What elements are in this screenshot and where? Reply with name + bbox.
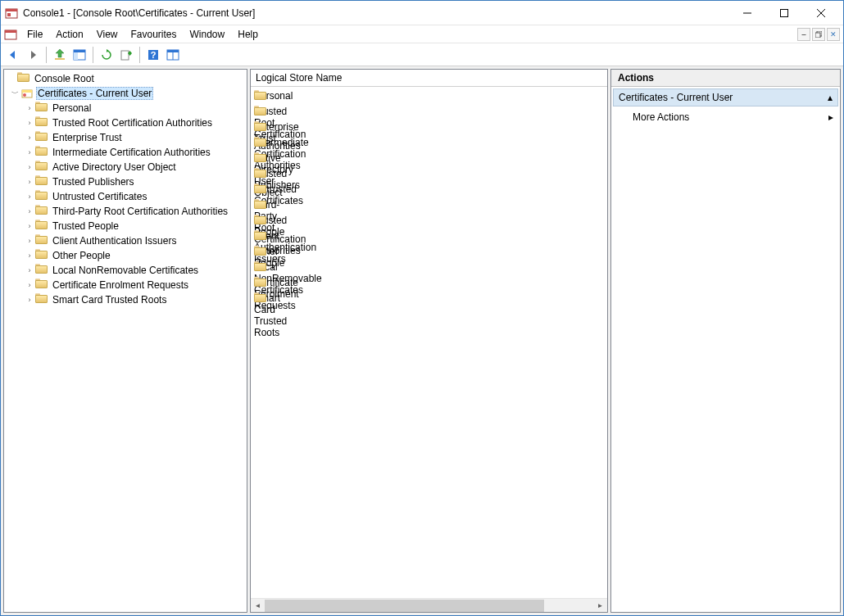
list-body[interactable]: PersonalTrusted Root Certification Autho… <box>251 87 607 598</box>
folder-icon <box>35 293 48 306</box>
export-list-button[interactable] <box>117 46 135 64</box>
expander-icon[interactable]: › <box>24 296 35 304</box>
close-button[interactable] <box>802 1 839 25</box>
tree-item[interactable]: ›Enterprise Trust <box>6 130 245 145</box>
menu-view[interactable]: View <box>90 27 125 42</box>
folder-icon: Client Authentication Issuers <box>254 230 267 243</box>
actions-more-label: More Actions <box>633 111 689 123</box>
options-button[interactable] <box>164 46 182 64</box>
show-hide-tree-button[interactable] <box>70 46 88 64</box>
list-item[interactable]: Personal <box>251 88 607 104</box>
actions-section-label: Certificates - Current User <box>619 92 733 103</box>
expander-open-icon[interactable]: ﹀ <box>9 88 20 99</box>
expander-icon[interactable]: › <box>24 104 35 112</box>
tree-item[interactable]: ›Trusted Root Certification Authorities <box>6 116 245 130</box>
tree-label: Certificates - Current User <box>36 87 153 100</box>
back-button[interactable] <box>4 46 22 64</box>
menu-action[interactable]: Action <box>49 27 89 42</box>
tree-item[interactable]: ›Intermediate Certification Authorities <box>6 145 245 160</box>
expander-icon[interactable]: › <box>24 251 35 260</box>
tree-certificates-current-user[interactable]: ﹀ Certificates - Current User <box>6 86 245 101</box>
column-header-label: Logical Store Name <box>256 72 342 84</box>
up-button[interactable] <box>51 46 69 64</box>
tree-label: Personal <box>51 102 93 114</box>
tree-item[interactable]: ›Personal <box>6 101 245 116</box>
expander-icon[interactable]: › <box>24 178 35 186</box>
list-item[interactable]: Untrusted Certificates <box>251 182 607 197</box>
tree-label: Smart Card Trusted Roots <box>51 294 168 306</box>
tree[interactable]: Console Root ﹀ Certificates - Current Us… <box>4 70 247 612</box>
tree-item[interactable]: ›Trusted People <box>6 219 245 233</box>
actions-pane: Actions Certificates - Current User ▴ Mo… <box>610 69 841 613</box>
actions-section[interactable]: Certificates - Current User ▴ <box>613 88 838 106</box>
list-item[interactable]: Intermediate Certification Authorities <box>251 135 607 151</box>
mdi-minimize-button[interactable]: – <box>797 28 810 41</box>
scroll-thumb[interactable] <box>265 600 544 612</box>
collapse-icon[interactable]: ▴ <box>828 92 833 103</box>
folder-icon: Certificate Enrolment Requests <box>254 277 267 290</box>
folder-icon: Trusted Root Certification Authorities <box>254 106 267 119</box>
tree-label: Local NonRemovable Certificates <box>51 265 200 276</box>
scroll-left-button[interactable]: ◄ <box>251 599 265 612</box>
menu-help[interactable]: Help <box>231 27 265 42</box>
minimize-button[interactable] <box>728 1 765 25</box>
tree-root[interactable]: Console Root <box>6 71 245 86</box>
mdi-close-button[interactable]: ✕ <box>827 28 840 41</box>
horizontal-scrollbar[interactable]: ◄ ► <box>251 598 607 612</box>
scroll-right-button[interactable]: ► <box>593 599 607 612</box>
tree-item[interactable]: ›Local NonRemovable Certificates <box>6 263 245 278</box>
expander-icon[interactable]: › <box>24 119 35 127</box>
svg-rect-8 <box>5 30 16 33</box>
actions-more[interactable]: More Actions ▸ <box>611 108 840 126</box>
workspace: Console Root ﹀ Certificates - Current Us… <box>1 66 843 615</box>
maximize-button[interactable] <box>765 1 802 25</box>
folder-icon <box>35 102 48 115</box>
list-column-header[interactable]: Logical Store Name <box>251 70 607 87</box>
folder-icon: Active Directory User Object <box>254 152 267 165</box>
folder-icon: Local NonRemovable Certificates <box>254 261 267 274</box>
folder-icon: Smart Card Trusted Roots <box>254 292 267 306</box>
svg-rect-1 <box>6 9 17 11</box>
tree-item[interactable]: ›Smart Card Trusted Roots <box>6 292 245 307</box>
expander-icon[interactable]: › <box>24 134 35 142</box>
help-button[interactable]: ? <box>144 46 162 64</box>
tree-label: Intermediate Certification Authorities <box>51 147 212 158</box>
list-item[interactable]: Trusted Root Certification Authorities <box>251 104 607 120</box>
tree-label: Certificate Enrolment Requests <box>51 279 190 291</box>
expander-icon[interactable]: › <box>24 266 35 274</box>
list-item[interactable]: Trusted People <box>251 213 607 229</box>
tree-item[interactable]: ›Other People <box>6 248 245 263</box>
menu-file[interactable]: File <box>20 27 49 42</box>
expander-icon[interactable]: › <box>24 148 35 156</box>
folder-icon <box>35 234 48 247</box>
tree-item[interactable]: ›Active Directory User Object <box>6 160 245 174</box>
tree-item[interactable]: ›Third-Party Root Certification Authorit… <box>6 204 245 219</box>
expander-icon[interactable]: › <box>24 207 35 215</box>
tree-label: Third-Party Root Certification Authoriti… <box>51 206 229 217</box>
list-item[interactable]: Smart Card Trusted Roots <box>251 291 607 306</box>
list-item[interactable]: Third-Party Root Certification Authoriti… <box>251 197 607 213</box>
window-controls <box>728 1 839 25</box>
tree-label: Active Directory User Object <box>51 161 178 173</box>
menu-window[interactable]: Window <box>184 27 232 42</box>
expander-icon[interactable]: › <box>24 192 35 201</box>
tree-item[interactable]: ›Certificate Enrolment Requests <box>6 278 245 292</box>
list-item[interactable]: Trusted Publishers <box>251 166 607 182</box>
expander-icon[interactable]: › <box>24 281 35 289</box>
toolbar: ? <box>1 43 843 66</box>
tree-label: Enterprise Trust <box>51 132 124 143</box>
expander-icon[interactable]: › <box>24 237 35 245</box>
forward-button[interactable] <box>24 46 42 64</box>
expander-icon[interactable]: › <box>24 163 35 171</box>
scroll-track[interactable] <box>265 599 593 612</box>
tree-item[interactable]: ›Client Authentication Issuers <box>6 233 245 248</box>
mdi-restore-button[interactable] <box>812 28 825 41</box>
list-item[interactable]: Local NonRemovable Certificates <box>251 260 607 275</box>
tree-item[interactable]: ›Trusted Publishers <box>6 174 245 189</box>
tree-item[interactable]: ›Untrusted Certificates <box>6 189 245 204</box>
folder-icon <box>35 131 48 144</box>
svg-rect-2 <box>7 13 11 16</box>
expander-icon[interactable]: › <box>24 222 35 230</box>
menu-favourites[interactable]: Favourites <box>125 27 184 42</box>
refresh-button[interactable] <box>98 46 116 64</box>
